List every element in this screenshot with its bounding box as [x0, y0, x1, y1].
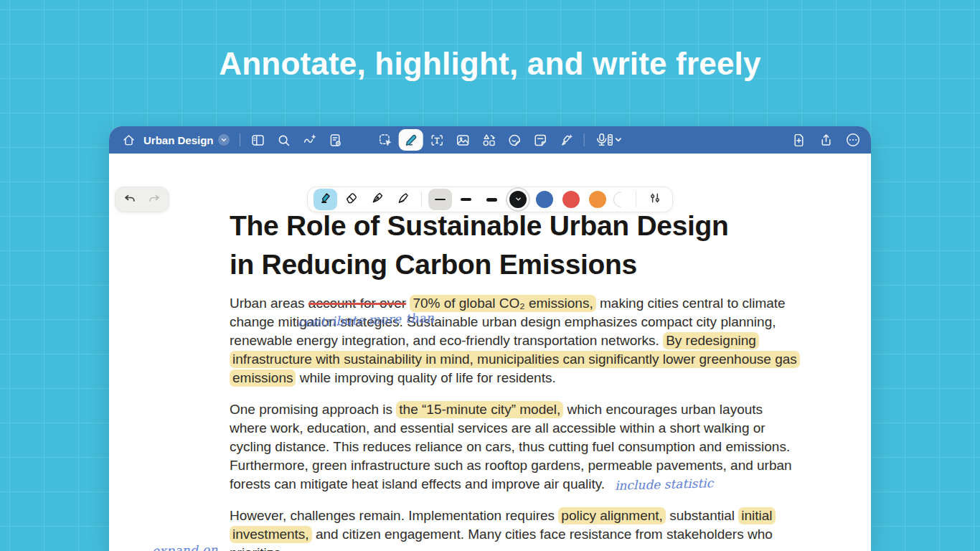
- lasso-select-button[interactable]: [373, 129, 397, 151]
- text-segment-highlight: policy alignment,: [558, 507, 666, 524]
- ai-scribble-button[interactable]: [298, 129, 322, 151]
- toolbar-divider: [584, 133, 585, 146]
- margin-note-line1: expand on: [151, 540, 220, 551]
- text-segment-plain: while improving quality of life for resi…: [296, 370, 555, 385]
- sticker-tool-icon: [507, 133, 522, 148]
- text-segment-highlight: the “15-minute city” model,: [396, 401, 563, 418]
- text-segment-plain: However, challenges remain. Implementati…: [230, 508, 558, 523]
- page-overview-icon: [328, 133, 343, 148]
- text-segment-strike: account for over: [308, 296, 406, 311]
- search-button[interactable]: [272, 129, 296, 151]
- document-title: The Role of Sustainable Urban Design in …: [230, 207, 801, 284]
- text-segment-plain: substantial: [666, 508, 738, 523]
- notebook-title-dropdown[interactable]: Urban Design: [142, 134, 234, 146]
- document-canvas[interactable]: The Role of Sustainable Urban Design in …: [109, 154, 871, 551]
- subtoolbar-divider: [421, 192, 422, 207]
- text-segment-plain: Urban areas: [230, 296, 308, 311]
- color-swatch-blue[interactable]: [536, 191, 553, 208]
- paragraph-3: However, challenges remain. Implementati…: [230, 507, 801, 551]
- audio-record-button[interactable]: [590, 129, 628, 151]
- chevron-down-icon: [218, 134, 230, 146]
- text-tool-button[interactable]: [425, 129, 449, 151]
- ai-scribble-icon: [302, 133, 317, 148]
- document-title-line1: The Role of Sustainable Urban Design: [230, 207, 801, 245]
- pen-tool-icon: [403, 132, 419, 148]
- document-title-line2: in Reducing Carbon Emissions: [230, 245, 801, 284]
- note-tool-button[interactable]: [528, 129, 552, 151]
- redo-button[interactable]: [147, 189, 161, 210]
- add-page-icon: [791, 133, 806, 148]
- undo-button[interactable]: [123, 189, 137, 210]
- chevron-down-icon: [514, 193, 522, 206]
- subtoolbar-divider: [636, 192, 636, 207]
- sidebar-button[interactable]: [246, 129, 270, 151]
- home-icon: [121, 133, 136, 148]
- shapes-tool-icon: [481, 133, 496, 148]
- home-button[interactable]: [116, 129, 141, 151]
- lasso-select-icon: [377, 133, 392, 148]
- text-tool-icon: [429, 133, 444, 148]
- color-swatch-red[interactable]: [562, 191, 580, 208]
- notebook-title: Urban Design: [143, 134, 214, 146]
- image-tool-icon: [455, 133, 470, 148]
- add-page-button[interactable]: [786, 129, 811, 151]
- paragraph-1: Urban areas account for over 70% of glob…: [230, 294, 801, 387]
- share-icon: [819, 133, 834, 148]
- app-window: Urban Design: [109, 126, 871, 551]
- pen-tool-button[interactable]: [399, 129, 423, 151]
- sliders-icon: [648, 191, 662, 208]
- main-toolbar: Urban Design: [109, 126, 871, 154]
- share-button[interactable]: [814, 129, 838, 151]
- toolbar-right-group: [786, 126, 865, 154]
- handwritten-margin-note: expand on challenges: [151, 540, 220, 551]
- magic-pen-button[interactable]: [554, 129, 578, 151]
- image-tool-button[interactable]: [451, 129, 475, 151]
- page-overview-button[interactable]: [324, 129, 348, 151]
- text-segment-plain: One promising approach is: [230, 402, 396, 417]
- toolbar-divider: [240, 133, 240, 146]
- color-swatch-orange[interactable]: [589, 191, 606, 208]
- magic-pen-icon: [558, 133, 573, 148]
- toolbar-center-group: [373, 126, 628, 154]
- microphone-icon: [595, 132, 623, 148]
- sidebar-icon: [250, 133, 265, 148]
- hero-headline: Annotate, highlight, and write freely: [0, 46, 980, 82]
- pen-tool-active-pill: [399, 129, 423, 151]
- text-segment-note: include statistic: [615, 474, 714, 495]
- thick-line-icon: [486, 198, 497, 202]
- thin-line-icon: [435, 199, 446, 201]
- shapes-tool-button[interactable]: [476, 129, 501, 151]
- search-icon: [276, 133, 291, 148]
- medium-line-icon: [461, 198, 471, 201]
- undo-redo-group: [115, 187, 169, 212]
- page-content: The Role of Sustainable Urban Design in …: [230, 207, 801, 551]
- more-button[interactable]: [841, 129, 865, 151]
- paragraph-2: One promising approach is the “15-minute…: [230, 400, 801, 494]
- color-swatch-black-selected[interactable]: [509, 191, 527, 208]
- more-icon: [845, 132, 861, 148]
- color-swatch-partial[interactable]: [613, 192, 629, 207]
- text-segment-highlight: 70% of global CO₂ emissions,: [410, 295, 595, 312]
- note-tool-icon: [532, 133, 547, 148]
- toolbar-left-group: Urban Design: [109, 129, 348, 151]
- sticker-tool-button[interactable]: [502, 129, 527, 151]
